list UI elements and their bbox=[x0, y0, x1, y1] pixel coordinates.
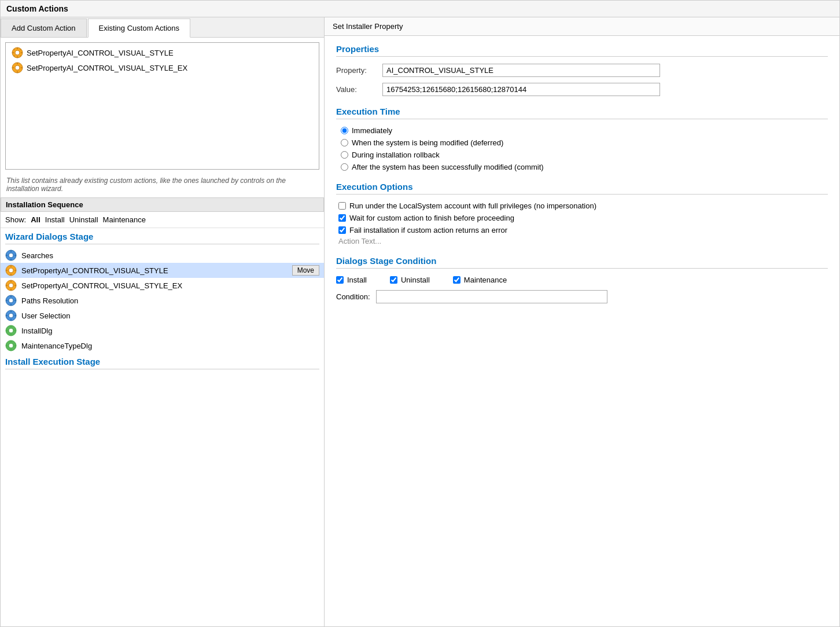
execution-options-section: Execution Options Run under the LocalSys… bbox=[336, 182, 828, 245]
svg-point-11 bbox=[15, 65, 20, 70]
seq-item-installdlg[interactable]: InstallDlg bbox=[1, 323, 324, 338]
svg-rect-24 bbox=[10, 265, 12, 267]
dialogs-stage-condition-section: Dialogs Stage Condition Install Uninstal… bbox=[336, 256, 828, 303]
orange-gear-icon bbox=[12, 47, 23, 58]
seq-item-setproperty2[interactable]: SetPropertyAI_CONTROL_VISUAL_STYLE_EX bbox=[1, 278, 324, 293]
checkbox-uninstall-stage-input[interactable] bbox=[390, 276, 397, 284]
svg-rect-2 bbox=[17, 47, 18, 49]
tab-existing-custom-actions[interactable]: Existing Custom Actions bbox=[88, 19, 190, 38]
svg-rect-42 bbox=[10, 310, 12, 312]
svg-rect-19 bbox=[10, 259, 12, 261]
sequence-section: Wizard Dialogs Stage Searches bbox=[1, 228, 324, 626]
svg-rect-45 bbox=[14, 315, 16, 316]
svg-rect-3 bbox=[17, 56, 18, 58]
seq-item-maintenancedlg[interactable]: MaintenanceTypeDlg bbox=[1, 338, 324, 353]
checkbox-localsystem-label: Run under the LocalSystem account with f… bbox=[349, 201, 596, 210]
checkbox-uninstall-stage-label: Uninstall bbox=[401, 276, 430, 284]
right-content: Properties Property: Value: Execution Ti… bbox=[325, 36, 839, 322]
orange-gear-seq-icon bbox=[5, 265, 17, 276]
list-item[interactable]: SetPropertyAI_CONTROL_VISUAL_STYLE_EX bbox=[8, 60, 316, 75]
blue-gear-icon-paths bbox=[5, 295, 17, 306]
title-bar: Custom Actions bbox=[1, 1, 839, 17]
execution-options-title: Execution Options bbox=[336, 182, 828, 192]
radio-rollback: During installation rollback bbox=[341, 151, 828, 159]
installation-sequence-header: Installation Sequence bbox=[1, 197, 324, 212]
properties-divider bbox=[336, 56, 828, 57]
svg-rect-12 bbox=[17, 63, 18, 64]
execution-time-section: Execution Time Immediately When the syst… bbox=[336, 107, 828, 171]
content-area: Add Custom Action Existing Custom Action… bbox=[1, 17, 839, 626]
seq-item-searches[interactable]: Searches bbox=[1, 248, 324, 263]
show-install-link[interactable]: Install bbox=[45, 215, 65, 224]
svg-point-53 bbox=[9, 343, 13, 348]
checkbox-wait: Wait for custom action to finish before … bbox=[338, 214, 828, 222]
checkbox-maintenance-stage-input[interactable] bbox=[453, 276, 460, 284]
checkbox-localsystem-input[interactable] bbox=[338, 202, 346, 210]
svg-rect-54 bbox=[10, 340, 12, 342]
right-top-title: Set Installer Property bbox=[325, 17, 839, 36]
show-maintenance-link[interactable]: Maintenance bbox=[103, 215, 146, 224]
show-uninstall-link[interactable]: Uninstall bbox=[69, 215, 98, 224]
svg-rect-37 bbox=[10, 304, 12, 306]
radio-deferred-label: When the system is being modified (defer… bbox=[352, 138, 503, 147]
action-text-link[interactable]: Action Text... bbox=[338, 237, 828, 245]
condition-input-field[interactable] bbox=[376, 290, 607, 303]
radio-commit-input[interactable] bbox=[341, 163, 348, 171]
show-label: Show: bbox=[5, 215, 26, 224]
checkbox-install-stage: Install bbox=[336, 276, 367, 284]
show-all-link[interactable]: All bbox=[31, 215, 40, 224]
green-gear-icon-maintenance bbox=[5, 340, 17, 351]
property-input[interactable] bbox=[382, 64, 660, 77]
dialogs-stage-title: Dialogs Stage Condition bbox=[336, 256, 828, 266]
svg-rect-5 bbox=[21, 52, 23, 53]
install-execution-stage-title: Install Execution Stage bbox=[1, 353, 324, 368]
execution-options-checkbox-group: Run under the LocalSystem account with f… bbox=[338, 201, 828, 234]
left-panel: Add Custom Action Existing Custom Action… bbox=[1, 17, 325, 626]
hint-text: This list contains already existing cust… bbox=[1, 174, 324, 197]
checkbox-wait-input[interactable] bbox=[338, 214, 346, 222]
move-button[interactable]: Move bbox=[292, 265, 319, 276]
seq-item-paths[interactable]: Paths Resolution bbox=[1, 293, 324, 308]
radio-immediately-input[interactable] bbox=[341, 127, 348, 134]
orange-gear-icon-2 bbox=[12, 62, 23, 74]
svg-rect-33 bbox=[14, 285, 16, 286]
checkbox-fail: Fail installation if custom action retur… bbox=[338, 226, 828, 234]
svg-point-35 bbox=[9, 298, 13, 303]
svg-rect-36 bbox=[10, 295, 12, 297]
svg-rect-51 bbox=[14, 330, 16, 331]
property-row: Property: bbox=[336, 64, 828, 77]
svg-rect-44 bbox=[6, 315, 8, 316]
radio-rollback-label: During installation rollback bbox=[352, 151, 440, 159]
wizard-dialogs-stage-title: Wizard Dialogs Stage bbox=[1, 228, 324, 243]
seq-item-setproperty1[interactable]: SetPropertyAI_CONTROL_VISUAL_STYLE Move bbox=[1, 263, 324, 278]
checkbox-localsystem: Run under the LocalSystem account with f… bbox=[338, 201, 828, 210]
svg-rect-43 bbox=[10, 319, 12, 321]
svg-rect-31 bbox=[10, 289, 12, 291]
install-exec-stage-divider bbox=[5, 369, 319, 369]
svg-rect-20 bbox=[6, 255, 8, 256]
radio-deferred-input[interactable] bbox=[341, 139, 348, 146]
checkbox-install-stage-label: Install bbox=[347, 276, 367, 284]
radio-commit: After the system has been successfully m… bbox=[341, 163, 828, 171]
value-input[interactable] bbox=[382, 83, 660, 96]
svg-rect-14 bbox=[12, 67, 14, 68]
tabs-row: Add Custom Action Existing Custom Action… bbox=[1, 17, 324, 38]
checkbox-install-stage-input[interactable] bbox=[336, 276, 344, 284]
svg-rect-38 bbox=[6, 300, 8, 301]
checkbox-fail-label: Fail installation if custom action retur… bbox=[349, 226, 507, 234]
condition-label: Condition: bbox=[336, 292, 370, 301]
checkbox-wait-label: Wait for custom action to finish before … bbox=[349, 214, 514, 222]
radio-rollback-input[interactable] bbox=[341, 151, 348, 159]
svg-rect-13 bbox=[17, 71, 18, 73]
svg-rect-30 bbox=[10, 280, 12, 282]
seq-item-user[interactable]: User Selection bbox=[1, 308, 324, 323]
svg-rect-32 bbox=[6, 285, 8, 286]
value-label: Value: bbox=[336, 85, 382, 94]
tab-add-custom-action[interactable]: Add Custom Action bbox=[1, 19, 87, 37]
svg-rect-25 bbox=[10, 274, 12, 276]
list-item[interactable]: SetPropertyAI_CONTROL_VISUAL_STYLE bbox=[8, 45, 316, 60]
checkbox-fail-input[interactable] bbox=[338, 226, 346, 234]
svg-rect-50 bbox=[6, 330, 8, 331]
svg-rect-4 bbox=[12, 52, 14, 53]
checkbox-uninstall-stage: Uninstall bbox=[390, 276, 430, 284]
